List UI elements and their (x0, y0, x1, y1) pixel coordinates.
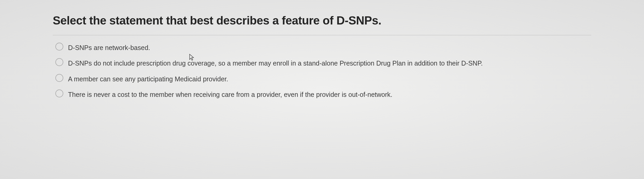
radio-button[interactable] (55, 58, 63, 66)
option-row[interactable]: D-SNPs do not include prescription drug … (55, 58, 591, 68)
radio-button[interactable] (55, 74, 63, 82)
option-row[interactable]: A member can see any participating Medic… (55, 74, 591, 84)
options-list: D-SNPs are network-based. D-SNPs do not … (53, 43, 591, 99)
option-label: D-SNPs do not include prescription drug … (68, 58, 483, 68)
radio-button[interactable] (55, 43, 63, 51)
option-row[interactable]: D-SNPs are network-based. (55, 43, 591, 52)
option-label: There is never a cost to the member when… (68, 90, 392, 99)
radio-button[interactable] (55, 90, 63, 97)
divider (53, 35, 591, 35)
option-label: D-SNPs are network-based. (68, 43, 150, 52)
question-title: Select the statement that best describes… (53, 13, 591, 28)
option-row[interactable]: There is never a cost to the member when… (55, 90, 591, 99)
option-label: A member can see any participating Medic… (68, 74, 228, 84)
